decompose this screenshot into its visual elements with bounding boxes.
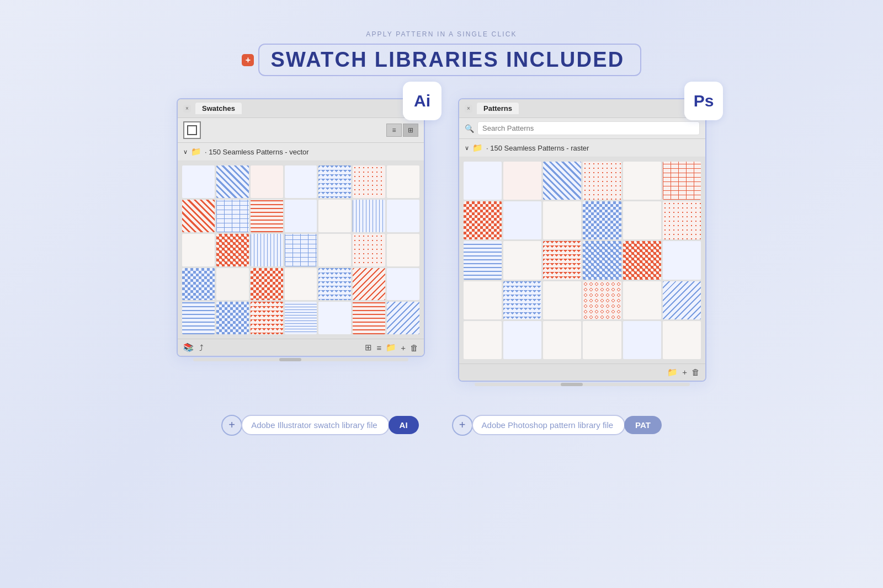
- add-icon[interactable]: +: [401, 343, 406, 352]
- pattern-cell[interactable]: [251, 234, 283, 266]
- ai-panel-window: × Swatches ≡ ≡ ⊞ ∨ 📁: [177, 98, 425, 357]
- pattern-cell[interactable]: [543, 162, 581, 200]
- library-icon[interactable]: 📚: [183, 343, 194, 352]
- pattern-cell[interactable]: [387, 302, 419, 334]
- pattern-cell[interactable]: [464, 162, 502, 200]
- view-grid-btn[interactable]: ⊞: [403, 124, 418, 137]
- grid-icon[interactable]: ⊞: [365, 343, 372, 352]
- file-tags-row: + Adobe Illustrator swatch library file …: [221, 415, 662, 436]
- pattern-cell[interactable]: [387, 268, 419, 301]
- pattern-cell[interactable]: [503, 162, 541, 200]
- pattern-cell[interactable]: [251, 200, 283, 232]
- pattern-cell[interactable]: [387, 165, 419, 198]
- pattern-cell[interactable]: [387, 234, 419, 266]
- ai-tag-plus-icon[interactable]: +: [221, 415, 242, 436]
- ps-panel-title: Patterns: [477, 103, 519, 114]
- place-icon[interactable]: ⤴: [199, 343, 204, 352]
- ps-panel-window: × Patterns ≡ 🔍 ∨ 📁 · 150 Seamless Patter…: [458, 98, 706, 382]
- pattern-cell[interactable]: [503, 201, 541, 239]
- pattern-cell[interactable]: [182, 234, 215, 266]
- pattern-cell[interactable]: [216, 165, 249, 198]
- pattern-cell[interactable]: [464, 241, 502, 279]
- header: APPLY PATTERN IN A SINGLE CLICK + SWATCH…: [242, 30, 641, 76]
- pattern-cell[interactable]: [583, 321, 621, 359]
- pattern-cell[interactable]: [583, 241, 621, 279]
- pattern-cell[interactable]: [285, 165, 317, 198]
- pattern-cell[interactable]: [353, 268, 385, 301]
- ps-titlebar: × Patterns ≡: [459, 99, 705, 118]
- ps-delete-icon[interactable]: 🗑: [691, 367, 700, 377]
- pattern-cell[interactable]: [583, 201, 621, 239]
- pattern-cell[interactable]: [623, 241, 661, 279]
- pattern-cell[interactable]: [543, 281, 581, 319]
- pattern-cell[interactable]: [216, 234, 249, 266]
- pattern-cell[interactable]: [663, 321, 701, 359]
- pattern-cell[interactable]: [464, 201, 502, 239]
- pattern-cell[interactable]: [623, 201, 661, 239]
- pattern-cell[interactable]: [583, 162, 621, 200]
- pattern-cell[interactable]: [503, 241, 541, 279]
- pattern-cell[interactable]: [353, 200, 385, 232]
- ps-pattern-grid: [459, 157, 705, 364]
- pattern-cell[interactable]: [663, 162, 701, 200]
- pattern-cell[interactable]: [353, 234, 385, 266]
- pattern-cell[interactable]: [543, 321, 581, 359]
- search-icon: 🔍: [465, 124, 474, 133]
- ai-hscrollbar: [193, 358, 408, 361]
- pattern-cell[interactable]: [353, 165, 385, 198]
- pattern-cell[interactable]: [318, 302, 351, 334]
- pattern-cell[interactable]: [464, 321, 502, 359]
- ps-folder3-icon[interactable]: 📁: [667, 367, 678, 377]
- pattern-cell[interactable]: [216, 302, 249, 334]
- ps-add-icon[interactable]: +: [682, 367, 687, 377]
- delete-icon[interactable]: 🗑: [410, 343, 418, 352]
- pattern-cell[interactable]: [182, 302, 215, 334]
- ps-close-btn[interactable]: ×: [465, 105, 472, 113]
- pattern-cell[interactable]: [285, 234, 317, 266]
- ps-tag-plus-icon[interactable]: +: [452, 415, 473, 436]
- pattern-cell[interactable]: [543, 241, 581, 279]
- ai-close-btn[interactable]: ×: [183, 105, 191, 113]
- pattern-cell[interactable]: [663, 201, 701, 239]
- search-input[interactable]: [477, 121, 700, 135]
- chevron-icon: ∨: [183, 148, 188, 156]
- pattern-cell[interactable]: [251, 165, 283, 198]
- pattern-cell[interactable]: [623, 321, 661, 359]
- pattern-cell[interactable]: [387, 200, 419, 232]
- pattern-cell[interactable]: [543, 201, 581, 239]
- ai-hscrollbar-thumb[interactable]: [279, 358, 301, 361]
- pattern-cell[interactable]: [285, 200, 317, 232]
- ps-hscrollbar-thumb[interactable]: [561, 383, 583, 386]
- plus-icon: +: [242, 54, 254, 66]
- pattern-cell[interactable]: [251, 302, 283, 334]
- pattern-cell[interactable]: [285, 302, 317, 334]
- pattern-cell[interactable]: [623, 281, 661, 319]
- pattern-cell[interactable]: [318, 268, 351, 301]
- pattern-cell[interactable]: [663, 281, 701, 319]
- pattern-cell[interactable]: [318, 200, 351, 232]
- pattern-cell[interactable]: [182, 268, 215, 301]
- pattern-cell[interactable]: [503, 281, 541, 319]
- pattern-cell[interactable]: [216, 200, 249, 232]
- pattern-cell[interactable]: [285, 268, 317, 301]
- view-list-btn[interactable]: ≡: [386, 124, 402, 137]
- ai-titlebar: × Swatches ≡: [178, 99, 424, 118]
- pattern-cell[interactable]: [353, 302, 385, 334]
- pattern-cell[interactable]: [318, 165, 351, 198]
- pattern-cell[interactable]: [503, 321, 541, 359]
- folder2-icon[interactable]: 📁: [386, 343, 396, 352]
- swatch-fg-box: [183, 121, 201, 139]
- pattern-cell[interactable]: [216, 268, 249, 301]
- pattern-cell[interactable]: [182, 200, 215, 232]
- pattern-cell[interactable]: [623, 162, 661, 200]
- pattern-cell[interactable]: [318, 234, 351, 266]
- pattern-cell[interactable]: [464, 281, 502, 319]
- pattern-cell[interactable]: [583, 281, 621, 319]
- pattern-cell[interactable]: [182, 165, 215, 198]
- list-icon[interactable]: ≡: [376, 343, 381, 352]
- ps-search-bar: 🔍: [459, 118, 705, 139]
- ps-bottom-toolbar: 📁 + 🗑: [459, 364, 705, 381]
- swatch-inner-box: [187, 125, 197, 135]
- pattern-cell[interactable]: [251, 268, 283, 301]
- pattern-cell[interactable]: [663, 241, 701, 279]
